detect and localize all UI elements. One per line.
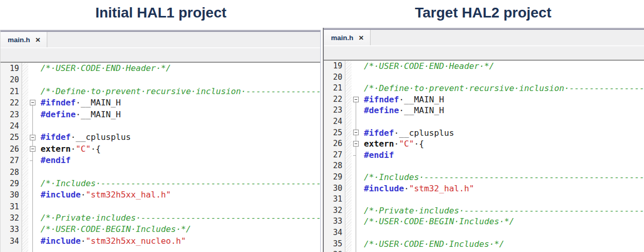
- code-line[interactable]: 22#ifndef·__MAIN_H: [1, 97, 320, 109]
- fold-column: [352, 183, 360, 194]
- code-line[interactable]: 20: [1, 74, 320, 85]
- code-text: /*·Includes·----------------------------…: [37, 178, 320, 189]
- fold-column: [352, 216, 360, 227]
- code-line[interactable]: 19/*·USER·CODE·END·Header·*/: [324, 61, 644, 72]
- code-line[interactable]: 28: [324, 160, 644, 172]
- code-text: /*·Private·includes·--------------------…: [37, 212, 320, 224]
- code-token-cmt: /*·USER·CODE·END·Includes·*/: [364, 239, 504, 249]
- code-text: /*·USER·CODE·BEGIN·Includes·*/: [37, 224, 320, 235]
- code-text: [37, 167, 320, 178]
- annotation-column: [345, 172, 352, 183]
- code-line[interactable]: 33/*·USER·CODE·BEGIN·Includes·*/: [1, 224, 320, 235]
- line-number: 21: [1, 86, 22, 97]
- code-line[interactable]: 25#ifdef·__cplusplus: [1, 132, 320, 143]
- code-line[interactable]: 34: [324, 227, 644, 239]
- fold-column: [352, 128, 360, 139]
- code-line[interactable]: 32/*·Private·includes·------------------…: [1, 212, 320, 224]
- tab-main-h[interactable]: main.h ✕: [324, 30, 371, 45]
- annotation-column: [345, 194, 352, 205]
- code-area-right[interactable]: 19/*·USER·CODE·END·Header·*/2021/*·Defin…: [324, 60, 644, 252]
- tab-main-h[interactable]: main.h ✕: [1, 32, 47, 47]
- code-line[interactable]: 23#define·__MAIN_H: [1, 109, 320, 120]
- fold-collapse-icon[interactable]: [353, 130, 359, 135]
- code-text: [360, 160, 644, 172]
- line-number: 23: [1, 109, 22, 120]
- code-line[interactable]: 32/*·Private·includes·------------------…: [324, 205, 644, 217]
- line-number: 20: [324, 72, 345, 83]
- code-token-cmt: /*·Define·to·prevent·recursive·inclusion…: [364, 83, 644, 93]
- code-token-pln: ·: [76, 98, 81, 107]
- code-token-pln: ·: [70, 144, 76, 154]
- code-line[interactable]: 29/*·Includes·--------------------------…: [1, 178, 320, 189]
- code-line[interactable]: 21/*·Define·to·prevent·recursive·inclusi…: [1, 86, 320, 97]
- fold-collapse-icon[interactable]: [30, 146, 35, 152]
- code-token-cmt: /*·USER·CODE·BEGIN·Includes·*/: [41, 224, 191, 234]
- line-number: 34: [1, 236, 22, 247]
- code-token-pp: #endif: [364, 150, 394, 160]
- code-line[interactable]: 34#include·"stm32h5xx_nucleo.h": [1, 236, 320, 247]
- line-number: 32: [324, 205, 345, 217]
- code-text: [360, 116, 644, 128]
- fold-collapse-icon[interactable]: [353, 141, 359, 147]
- fold-column: [352, 61, 360, 72]
- code-token-pp: #include: [41, 190, 81, 200]
- code-line[interactable]: 35/*·USER·CODE·END·Includes·*/: [324, 239, 644, 250]
- editor-left: main.h ✕ 19/*·USER·CODE·END·Header·*/202…: [0, 30, 321, 252]
- code-text: #endif: [37, 155, 320, 166]
- annotation-column: [345, 160, 352, 172]
- line-number: 24: [324, 116, 345, 128]
- code-line[interactable]: 29/*·Includes·--------------------------…: [324, 172, 644, 183]
- code-line[interactable]: 36: [324, 249, 644, 252]
- annotation-column: [345, 128, 352, 139]
- code-line[interactable]: 26extern·"C"·{: [324, 138, 644, 150]
- code-line[interactable]: 24: [324, 116, 644, 128]
- code-line[interactable]: 27#endif: [1, 155, 320, 166]
- code-line[interactable]: 30#include·"stm32_hal.h": [324, 183, 644, 194]
- fold-collapse-icon[interactable]: [30, 100, 35, 105]
- line-number: 23: [324, 105, 345, 116]
- code-line[interactable]: 28: [1, 167, 320, 178]
- close-icon[interactable]: ✕: [359, 34, 364, 42]
- code-token-pln: __MAIN_H: [404, 105, 444, 115]
- code-line[interactable]: 24: [1, 120, 320, 132]
- code-text: [37, 120, 320, 132]
- annotation-column: [345, 138, 352, 150]
- code-line[interactable]: 27#endif: [324, 150, 644, 161]
- line-number: [1, 247, 22, 252]
- fold-collapse-icon[interactable]: [30, 135, 35, 140]
- line-number: 30: [1, 189, 22, 201]
- line-number: 31: [324, 194, 345, 205]
- code-line[interactable]: 33/*·USER·CODE·BEGIN·Includes·*/: [324, 216, 644, 227]
- line-number: 35: [324, 239, 345, 250]
- code-line[interactable]: 21/*·Define·to·prevent·recursive·inclusi…: [324, 83, 644, 94]
- code-line[interactable]: 22#ifndef·__MAIN_H: [324, 94, 644, 105]
- code-line[interactable]: 20: [324, 72, 644, 83]
- code-line[interactable]: 23#define·__MAIN_H: [324, 105, 644, 116]
- annotation-column: [22, 247, 28, 252]
- code-line[interactable]: [1, 247, 320, 252]
- code-text: /*·Define·to·prevent·recursive·inclusion…: [37, 86, 320, 97]
- fold-column: [352, 160, 360, 172]
- right-pane-title: Target HAL2 project: [322, 3, 644, 23]
- line-number: 28: [324, 160, 345, 172]
- code-line[interactable]: 30#include·"stm32h5xx_hal.h": [1, 189, 320, 201]
- code-token-str: "C": [399, 139, 414, 149]
- line-number: 27: [324, 150, 345, 161]
- annotation-column: [345, 227, 352, 239]
- code-area-left[interactable]: 19/*·USER·CODE·END·Header·*/2021/*·Defin…: [1, 62, 320, 252]
- line-number: 25: [1, 132, 22, 143]
- fold-collapse-icon[interactable]: [353, 97, 359, 102]
- line-number: 26: [1, 143, 22, 155]
- code-token-pln: __cplusplus: [399, 128, 454, 138]
- code-line[interactable]: 31: [324, 194, 644, 205]
- close-icon[interactable]: ✕: [35, 36, 41, 44]
- code-token-kw: extern: [364, 139, 394, 149]
- code-line[interactable]: 31: [1, 201, 320, 212]
- code-text: [360, 72, 644, 83]
- annotation-column: [22, 86, 28, 97]
- fold-column: [28, 236, 37, 247]
- code-line[interactable]: 19/*·USER·CODE·END·Header·*/: [1, 63, 320, 74]
- annotation-column: [345, 105, 352, 116]
- code-line[interactable]: 26extern·"C"·{: [1, 143, 320, 155]
- code-line[interactable]: 25#ifdef·__cplusplus: [324, 128, 644, 139]
